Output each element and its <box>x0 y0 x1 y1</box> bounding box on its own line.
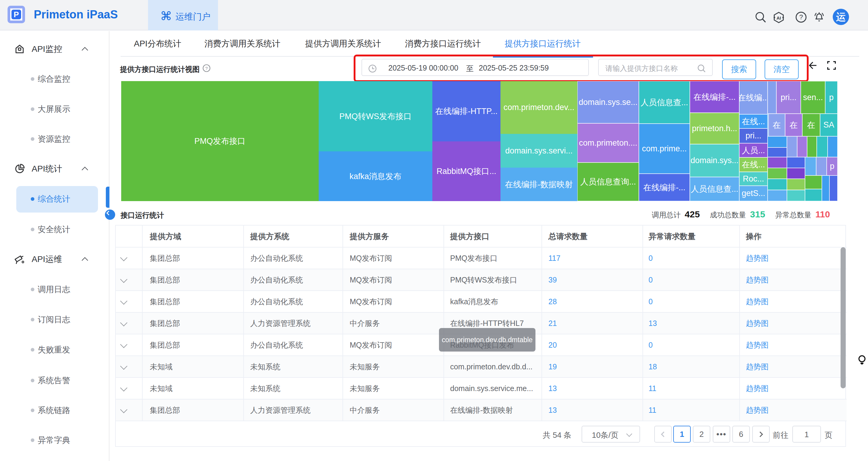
svg-text:?: ? <box>799 13 803 21</box>
svg-text:AI: AI <box>777 16 781 21</box>
svg-text:?: ? <box>205 66 208 71</box>
